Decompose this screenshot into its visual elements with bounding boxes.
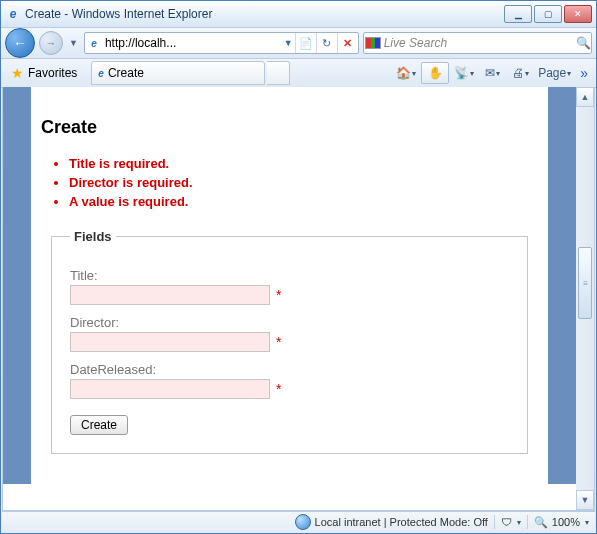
ie-icon: e (5, 6, 21, 22)
feeds-button[interactable]: 📡▾ (451, 63, 477, 83)
favorites-label: Favorites (28, 66, 77, 80)
scroll-thumb[interactable]: ≡ (578, 247, 592, 319)
new-tab-button[interactable] (267, 61, 290, 85)
fields-legend: Fields (70, 229, 116, 244)
search-placeholder: Live Search (382, 36, 576, 50)
print-button[interactable]: 🖨▾ (507, 63, 533, 83)
star-icon: ★ (11, 65, 24, 81)
required-marker: * (276, 381, 281, 397)
page-heading: Create (41, 117, 538, 138)
scroll-track[interactable]: ≡ (576, 107, 594, 490)
live-search-icon (364, 37, 382, 49)
home-button[interactable]: 🏠▾ (393, 63, 419, 83)
hand-tool-button[interactable]: ✋ (421, 62, 449, 84)
shield-icon: 🛡 (501, 516, 512, 528)
window-controls: ▁ ▢ ✕ (504, 5, 592, 23)
close-button[interactable]: ✕ (564, 5, 592, 23)
tab-label: Create (108, 66, 144, 80)
title-label: Title: (70, 268, 509, 283)
zoom-control[interactable]: 🔍 100% ▾ (528, 516, 595, 529)
forward-button[interactable]: → (39, 31, 63, 55)
minimize-button[interactable]: ▁ (504, 5, 532, 23)
toolbar-right: 🏠▾ ✋ 📡▾ ✉▾ 🖨▾ Page▾ » (393, 62, 592, 84)
scroll-down-button[interactable]: ▼ (576, 490, 594, 510)
window-title: Create - Windows Internet Explorer (25, 7, 504, 21)
director-label: Director: (70, 315, 509, 330)
read-mail-button[interactable]: ✉▾ (479, 63, 505, 83)
page-body: Create Title is required. Director is re… (3, 87, 576, 484)
create-button[interactable]: Create (70, 415, 128, 435)
fields-fieldset: Fields Title: * Director: * DateReleased… (51, 229, 528, 454)
favorites-button[interactable]: ★ Favorites (5, 63, 83, 83)
globe-icon (295, 514, 311, 530)
protected-mode-indicator[interactable]: 🛡▾ (495, 516, 527, 528)
address-buttons: 📄 ↻ ✕ (295, 33, 358, 53)
title-input[interactable] (70, 285, 270, 305)
search-go-icon[interactable]: 🔍 (576, 36, 591, 50)
address-bar[interactable]: e http://localh... ▼ 📄 ↻ ✕ (84, 32, 359, 54)
validation-summary: Title is required. Director is required.… (69, 156, 538, 209)
zoom-text: 100% (552, 516, 580, 528)
scroll-up-button[interactable]: ▲ (576, 87, 594, 107)
back-button[interactable]: ← (5, 28, 35, 58)
zoom-icon: 🔍 (534, 516, 548, 529)
titlebar: e Create - Windows Internet Explorer ▁ ▢… (1, 1, 596, 28)
right-stripe (548, 87, 576, 484)
address-dropdown-icon[interactable]: ▼ (282, 38, 295, 48)
main-column: Create Title is required. Director is re… (31, 87, 548, 484)
error-item: Director is required. (69, 175, 538, 190)
datereleased-input[interactable] (70, 379, 270, 399)
page-menu-label: Page (538, 66, 566, 80)
compat-view-button[interactable]: 📄 (295, 33, 316, 53)
toolbar: ★ Favorites e Create 🏠▾ ✋ 📡▾ ✉▾ 🖨▾ Page▾… (1, 59, 596, 88)
left-stripe (3, 87, 31, 484)
url-text: http://localh... (103, 36, 282, 50)
search-box[interactable]: Live Search 🔍 (363, 32, 592, 54)
error-item: A value is required. (69, 194, 538, 209)
recent-pages-dropdown[interactable]: ▼ (67, 38, 80, 48)
tab-favicon: e (98, 68, 104, 79)
vertical-scrollbar[interactable]: ▲ ≡ ▼ (576, 87, 594, 510)
datereleased-row: * (70, 379, 509, 399)
datereleased-label: DateReleased: (70, 362, 509, 377)
content-area: Create Title is required. Director is re… (2, 87, 595, 511)
zone-text: Local intranet | Protected Mode: Off (315, 516, 488, 528)
status-bar: Local intranet | Protected Mode: Off 🛡▾ … (2, 511, 595, 532)
security-zone[interactable]: Local intranet | Protected Mode: Off (289, 514, 494, 530)
error-item: Title is required. (69, 156, 538, 171)
ie-window: e Create - Windows Internet Explorer ▁ ▢… (0, 0, 597, 534)
required-marker: * (276, 287, 281, 303)
director-input[interactable] (70, 332, 270, 352)
navbar: ← → ▼ e http://localh... ▼ 📄 ↻ ✕ Live Se… (1, 28, 596, 59)
title-row: * (70, 285, 509, 305)
stop-button[interactable]: ✕ (337, 33, 358, 53)
required-marker: * (276, 334, 281, 350)
page-icon: e (85, 38, 103, 49)
refresh-button[interactable]: ↻ (316, 33, 337, 53)
tab-create[interactable]: e Create (91, 61, 265, 85)
viewport: Create Title is required. Director is re… (3, 87, 576, 510)
maximize-button[interactable]: ▢ (534, 5, 562, 23)
page-menu[interactable]: Page▾ (535, 63, 574, 83)
director-row: * (70, 332, 509, 352)
toolbar-expand-button[interactable]: » (576, 65, 592, 81)
